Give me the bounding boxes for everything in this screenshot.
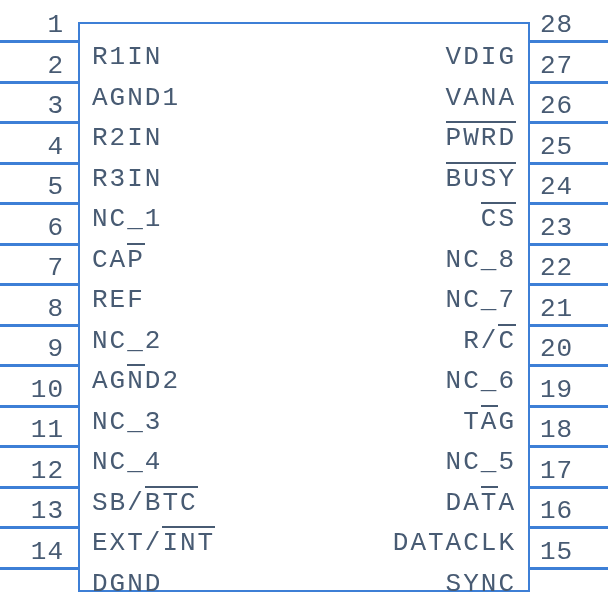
pin-label-left: R3IN [92, 164, 162, 194]
pin-label-left: DGND [92, 569, 162, 599]
pin-lead-right [530, 202, 608, 205]
pin-number: 12 [4, 456, 64, 486]
pin-label-right: VDIG [446, 42, 516, 72]
pin-lead-left [0, 40, 78, 43]
pin-number: 8 [4, 294, 64, 324]
pin-label-left: NC_3 [92, 407, 162, 437]
pin-label-right: CS [481, 204, 516, 234]
pin-lead-right [530, 243, 608, 246]
pin-label-left: NC_2 [92, 326, 162, 356]
pin-lead-left [0, 121, 78, 124]
pin-label-left: R2IN [92, 123, 162, 153]
pin-label-right: VANA [446, 83, 516, 113]
pin-number: 11 [4, 415, 64, 445]
pin-label-right: DATACLK [393, 528, 516, 558]
pin-number: 15 [540, 537, 600, 567]
pin-row: 2AGND127VANA [0, 71, 608, 111]
pin-number: 19 [540, 375, 600, 405]
pin-lead-right [530, 81, 608, 84]
pin-number: 10 [4, 375, 64, 405]
pin-number: 21 [540, 294, 600, 324]
pin-label-left: EXT/INT [92, 528, 215, 558]
overline-bar [498, 324, 516, 326]
overline-bar [446, 162, 516, 164]
pin-number: 2 [4, 51, 64, 81]
pin-row: 3R2IN26PWRD [0, 111, 608, 151]
pin-number: 5 [4, 172, 64, 202]
pin-number: 7 [4, 253, 64, 283]
pin-number: 22 [540, 253, 600, 283]
overline-bar [481, 202, 516, 204]
pin-lead-left [0, 526, 78, 529]
pin-number: 25 [540, 132, 600, 162]
pin-row: 5NC_124CS [0, 192, 608, 232]
pin-row: 14DGND15SYNC [0, 557, 608, 597]
pin-lead-left [0, 567, 78, 570]
pin-label-right: BUSY [446, 164, 516, 194]
pin-lead-left [0, 81, 78, 84]
pin-row: 4R3IN25BUSY [0, 152, 608, 192]
pin-label-right: NC_6 [446, 366, 516, 396]
pin-number: 1 [4, 10, 64, 40]
overline-bar [162, 526, 215, 528]
pin-row: 8NC_221R/C [0, 314, 608, 354]
pin-number: 18 [540, 415, 600, 445]
pin-label-right: PWRD [446, 123, 516, 153]
overline-bar [127, 364, 145, 366]
pin-lead-right [530, 40, 608, 43]
pin-number: 17 [540, 456, 600, 486]
pin-number: 23 [540, 213, 600, 243]
pin-lead-right [530, 445, 608, 448]
pin-row: 12SB/BTC17DATA [0, 476, 608, 516]
pin-label-right: NC_7 [446, 285, 516, 315]
pin-lead-left [0, 324, 78, 327]
pin-label-left: NC_4 [92, 447, 162, 477]
pin-lead-left [0, 202, 78, 205]
pin-label-left: R1IN [92, 42, 162, 72]
pin-row: 10NC_319TAG [0, 395, 608, 435]
pin-number: 14 [4, 537, 64, 567]
overline-bar [127, 243, 145, 245]
pin-number: 28 [540, 10, 600, 40]
pin-number: 3 [4, 91, 64, 121]
pin-number: 20 [540, 334, 600, 364]
pin-label-left: NC_1 [92, 204, 162, 234]
pin-lead-left [0, 486, 78, 489]
pin-row: 9AGND220NC_6 [0, 354, 608, 394]
pin-lead-left [0, 405, 78, 408]
pin-number: 27 [540, 51, 600, 81]
pin-lead-right [530, 567, 608, 570]
pin-lead-right [530, 486, 608, 489]
pin-lead-right [530, 121, 608, 124]
pin-label-left: CAP [92, 245, 145, 275]
pin-label-right: SYNC [446, 569, 516, 599]
pin-label-right: DATA [446, 488, 516, 518]
pin-label-left: SB/BTC [92, 488, 198, 518]
pin-lead-left [0, 243, 78, 246]
pin-number: 24 [540, 172, 600, 202]
pin-lead-right [530, 283, 608, 286]
pin-row: 6CAP23NC_8 [0, 233, 608, 273]
pin-number: 26 [540, 91, 600, 121]
pin-lead-right [530, 405, 608, 408]
overline-bar [481, 486, 499, 488]
pin-row: 13EXT/INT16DATACLK [0, 516, 608, 556]
overline-bar [446, 121, 516, 123]
pin-row: 7REF22NC_7 [0, 273, 608, 313]
pin-lead-left [0, 283, 78, 286]
pin-lead-left [0, 445, 78, 448]
pin-row: 1R1IN28VDIG [0, 30, 608, 70]
pin-number: 9 [4, 334, 64, 364]
pin-label-left: AGND2 [92, 366, 180, 396]
pin-number: 16 [540, 496, 600, 526]
pin-label-right: NC_8 [446, 245, 516, 275]
pin-lead-left [0, 162, 78, 165]
pin-lead-right [530, 162, 608, 165]
pin-number: 4 [4, 132, 64, 162]
pin-lead-right [530, 324, 608, 327]
overline-bar [481, 405, 499, 407]
pin-label-right: TAG [463, 407, 516, 437]
pin-number: 13 [4, 496, 64, 526]
pin-label-left: AGND1 [92, 83, 180, 113]
pin-label-right: NC_5 [446, 447, 516, 477]
